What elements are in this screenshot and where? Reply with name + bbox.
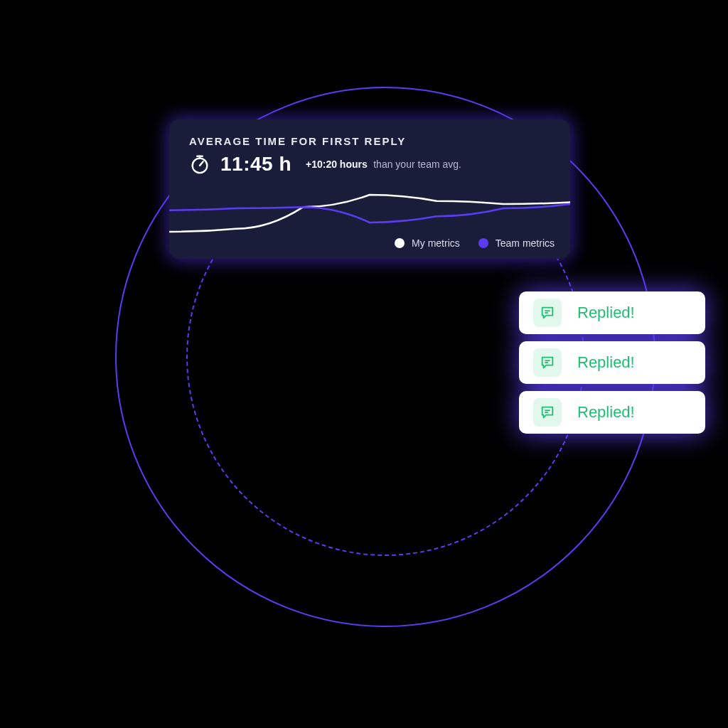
chart-legend: My metrics Team metrics: [395, 237, 555, 249]
legend-dot-icon: [478, 238, 488, 248]
trend-chart: [169, 192, 570, 235]
legend-item-team-metrics: Team metrics: [478, 237, 555, 249]
metric-row: 11:45 h +10:20 hours than your team avg.: [189, 153, 550, 176]
metric-value: 11:45 h: [220, 153, 291, 176]
chat-reply-icon: [533, 348, 562, 377]
notification-label: Replied!: [577, 304, 635, 322]
avg-first-reply-card: AVERAGE TIME FOR FIRST REPLY 11:45 h +10…: [169, 119, 570, 259]
legend-dot-icon: [395, 238, 405, 248]
notification-label: Replied!: [577, 403, 635, 422]
chat-reply-icon: [533, 398, 562, 427]
dashboard-stage: AVERAGE TIME FOR FIRST REPLY 11:45 h +10…: [0, 0, 728, 728]
stopwatch-icon: [189, 154, 210, 175]
replied-notification[interactable]: Replied!: [519, 341, 705, 384]
replied-notification-stack: Replied! Replied! Replied!: [519, 291, 705, 434]
legend-label: Team metrics: [496, 237, 555, 249]
metric-suffix: than your team avg.: [373, 159, 461, 170]
legend-item-my-metrics: My metrics: [395, 237, 460, 249]
replied-notification[interactable]: Replied!: [519, 391, 705, 434]
chat-reply-icon: [533, 299, 562, 327]
metric-delta: +10:20 hours: [306, 159, 368, 170]
svg-line-1: [200, 161, 203, 166]
card-title: AVERAGE TIME FOR FIRST REPLY: [189, 135, 550, 147]
legend-label: My metrics: [412, 237, 460, 249]
replied-notification[interactable]: Replied!: [519, 291, 705, 334]
notification-label: Replied!: [577, 353, 635, 372]
